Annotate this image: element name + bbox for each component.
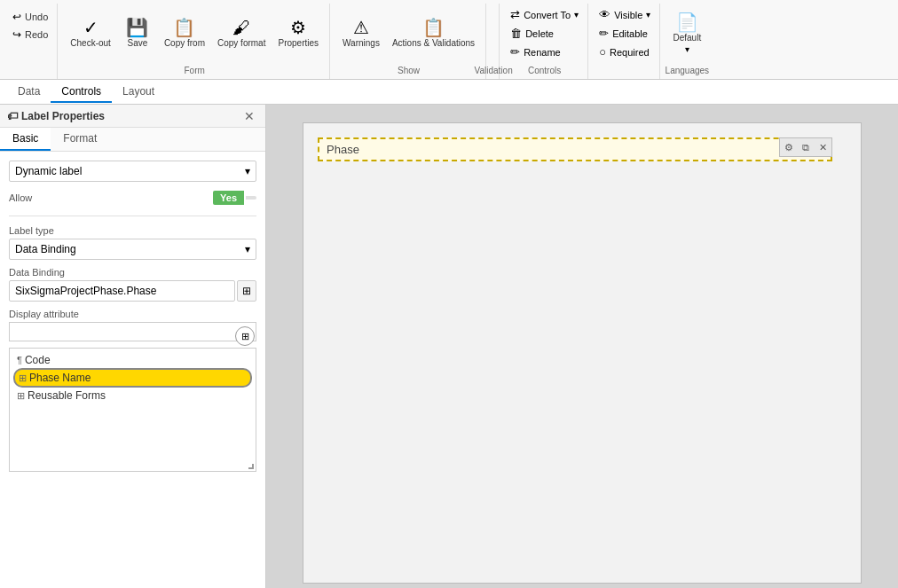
convert-icon: ⇄ (510, 8, 520, 21)
default-icon: 📄 (676, 13, 698, 31)
allow-row: Allow Yes (9, 189, 256, 207)
component-delete-button[interactable]: ✕ (815, 139, 831, 155)
toolbar: ↩ Undo ↪ Redo ✓ Check-out 💾 Save 📋 (0, 0, 898, 80)
delete-label: Delete (525, 28, 554, 39)
label-type-field: Label type Data Binding ▾ (9, 225, 256, 260)
form-group-label: Form (185, 66, 205, 75)
label-icon: 🏷 (7, 110, 18, 122)
copy-from-button[interactable]: 📋 Copy from (159, 15, 210, 51)
panel-tab-basic[interactable]: Basic (0, 128, 51, 151)
convert-to-button[interactable]: ⇄ Convert To ▾ (507, 6, 582, 23)
save-label: Save (127, 38, 147, 48)
panel-titlebar: 🏷 Label Properties ✕ (0, 105, 265, 128)
tree-item-reusable-label: Reusable Forms (28, 389, 106, 402)
delete-ctrl-icon: ✕ (819, 142, 827, 153)
dynamic-label-dropdown[interactable]: Dynamic label ▾ (9, 161, 256, 182)
redo-label: Redo (25, 29, 48, 40)
panel-title: 🏷 Label Properties (7, 110, 105, 122)
tree-item-code-label: Code (25, 354, 51, 366)
undo-button[interactable]: ↩ Undo (9, 9, 51, 25)
copy-format-button[interactable]: 🖌 Copy format (212, 15, 271, 51)
browse-icon: ⊞ (242, 285, 251, 297)
tree-item-reusable-icon: ⊞ (17, 390, 25, 402)
label-component-text: Phase (327, 143, 359, 156)
show-group-label: Show (398, 66, 420, 75)
allow-label: Allow (9, 192, 32, 203)
copy-from-label: Copy from (164, 38, 205, 48)
dropdown-arrow-icon: ▾ (245, 243, 250, 255)
tree-item-phase-name[interactable]: ⊞ Phase Name (13, 368, 252, 388)
label-component[interactable]: Phase ⚙ ⧉ ✕ (318, 137, 832, 161)
copy-ctrl-icon: ⧉ (802, 142, 809, 153)
copy-icon: ⊞ (241, 331, 249, 342)
toolbar-group-languages: 📄 Default ▾ Languages (662, 4, 712, 79)
convert-label: Convert To (524, 10, 571, 20)
label-type-dropdown[interactable]: Data Binding ▾ (9, 239, 256, 260)
editable-button[interactable]: ✏ Editable (595, 25, 654, 42)
rename-label: Rename (524, 47, 561, 58)
canvas-area: Phase ⚙ ⧉ ✕ (266, 105, 898, 588)
data-binding-field: Data Binding ⊞ (9, 267, 256, 302)
visible-button[interactable]: 👁 Visible ▾ (595, 6, 654, 23)
tree-item-code-icon: ¶ (17, 355, 22, 365)
main-layout: 🏷 Label Properties ✕ Basic Format Dynami… (0, 105, 898, 588)
tab-controls[interactable]: Controls (51, 82, 112, 103)
redo-button[interactable]: ↪ Redo (9, 27, 51, 43)
tree-item-phase-label: Phase Name (29, 372, 91, 384)
allow-toggle[interactable]: Yes (213, 191, 256, 205)
properties-label: Properties (278, 38, 319, 48)
default-button[interactable]: 📄 Default ▾ (667, 10, 706, 58)
data-binding-input[interactable] (9, 280, 235, 302)
component-settings-button[interactable]: ⚙ (781, 139, 797, 155)
tab-bar: Data Controls Layout (0, 80, 898, 105)
resize-handle[interactable] (248, 464, 254, 469)
properties-button[interactable]: ⚙ Properties (272, 15, 324, 51)
actions-validations-button[interactable]: 📋 Actions & Validations (387, 15, 480, 51)
copy-format-icon: 🖌 (232, 19, 250, 36)
warnings-label: Warnings (343, 38, 380, 48)
save-button[interactable]: 💾 Save (118, 15, 157, 51)
display-attribute-copy-button[interactable]: ⊞ (235, 326, 255, 346)
actions-icon: 📋 (422, 19, 445, 36)
component-copy-button[interactable]: ⧉ (798, 139, 814, 155)
panel-content: Dynamic label ▾ Allow Yes Label type Dat… (0, 152, 265, 588)
tree-item-code[interactable]: ¶ Code (13, 352, 252, 368)
panel-tabs: Basic Format (0, 128, 265, 152)
settings-icon: ⚙ (784, 142, 793, 153)
left-panel: 🏷 Label Properties ✕ Basic Format Dynami… (0, 105, 266, 588)
undo-icon: ↩ (12, 11, 21, 23)
toolbar-group-validation: Validation (488, 4, 500, 79)
editable-icon: ✏ (599, 27, 609, 40)
data-binding-browse-button[interactable]: ⊞ (237, 280, 256, 302)
tree-item-reusable-forms[interactable]: ⊞ Reusable Forms (13, 388, 252, 404)
toolbar-group-undoredo: ↩ Undo ↪ Redo (4, 4, 58, 79)
label-type-label: Label type (9, 225, 256, 236)
copy-from-icon: 📋 (173, 19, 195, 36)
delete-button[interactable]: 🗑 Delete (507, 25, 582, 42)
rename-button[interactable]: ✏ Rename (507, 43, 582, 60)
warnings-button[interactable]: ⚠ Warnings (337, 15, 385, 51)
dynamic-label-field: Dynamic label ▾ (9, 161, 256, 182)
toggle-no[interactable] (246, 196, 256, 200)
tree-item-phase-icon: ⊞ (19, 372, 27, 384)
display-attribute-input[interactable] (9, 322, 256, 341)
default-label: Default (674, 33, 702, 43)
required-button[interactable]: ○ Required (595, 43, 654, 60)
toggle-yes: Yes (213, 191, 244, 205)
copy-format-label: Copy format (217, 38, 265, 48)
visible-label: Visible (614, 10, 642, 20)
data-binding-label: Data Binding (9, 267, 256, 278)
panel-tab-format[interactable]: Format (51, 128, 109, 151)
display-attribute-label: Display attribute (9, 309, 256, 319)
close-button[interactable]: ✕ (240, 108, 258, 124)
tab-layout[interactable]: Layout (112, 82, 165, 103)
required-label: Required (610, 47, 650, 58)
toolbar-group-form: ✓ Check-out 💾 Save 📋 Copy from 🖌 Copy fo… (59, 4, 330, 79)
checkout-button[interactable]: ✓ Check-out (65, 15, 116, 51)
dropdown-arrow-icon: ▾ (245, 165, 250, 177)
redo-icon: ↪ (12, 28, 21, 41)
languages-group-label: Languages (666, 66, 710, 75)
save-icon: 💾 (126, 19, 148, 36)
tree-container: ¶ Code ⊞ Phase Name ⊞ Reusable Forms (9, 348, 256, 472)
tab-data[interactable]: Data (7, 82, 51, 103)
